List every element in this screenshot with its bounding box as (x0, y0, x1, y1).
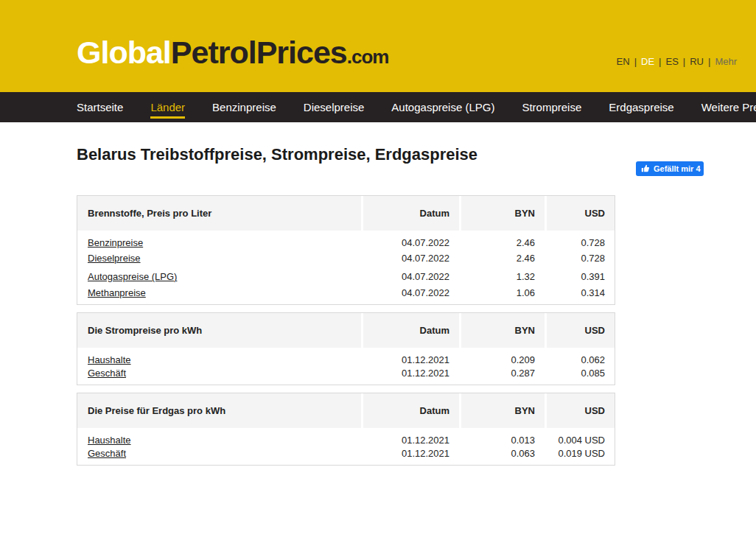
link-methanpreise[interactable]: Methanpreise (88, 287, 146, 298)
link-dieselpreise[interactable]: Dieselpreise (88, 253, 141, 264)
cell-byn: 2.46 (459, 249, 545, 267)
link-autogaspreise[interactable]: Autogaspreise (LPG) (88, 271, 177, 282)
link-haushalte-gas[interactable]: Haushalte (88, 435, 131, 446)
logo-part-global: Global (77, 35, 171, 70)
cell-byn: 1.32 (459, 267, 545, 286)
table-header-row: Die Strompreise pro kWh Datum BYN USD (77, 313, 615, 348)
table-row: Haushalte 01.12.2021 0.013 0.004 USD (77, 428, 615, 446)
nav-item-laender[interactable]: Länder (150, 92, 185, 122)
nav-item-strompreise[interactable]: Strompreise (522, 92, 581, 122)
language-switcher: ENDEESRUMehr (617, 56, 737, 67)
electricity-prices-table: Die Strompreise pro kWh Datum BYN USD Ha… (77, 312, 615, 385)
cell-usd: 0.314 (545, 286, 615, 304)
cell-usd: 0.019 USD (545, 446, 615, 465)
link-geschaeft-gas[interactable]: Geschäft (88, 448, 126, 459)
table-row: Methanpreise 04.07.2022 1.06 0.314 (77, 286, 615, 304)
table-row: Geschäft 01.12.2021 0.063 0.019 USD (77, 446, 615, 465)
column-header-byn: BYN (459, 313, 545, 348)
language-link-en[interactable]: EN (617, 56, 641, 67)
cell-byn: 1.06 (459, 286, 545, 304)
nav-item-startseite[interactable]: Startseite (77, 92, 123, 122)
cell-usd: 0.391 (545, 267, 615, 286)
cell-byn: 0.013 (459, 428, 545, 446)
table-row: Haushalte 01.12.2021 0.209 0.062 (77, 348, 615, 366)
table-row: Geschäft 01.12.2021 0.287 0.085 (77, 366, 615, 385)
table-header-row: Die Preise für Erdgas pro kWh Datum BYN … (77, 393, 615, 428)
cell-datum: 04.07.2022 (361, 231, 459, 249)
thumbs-up-icon (641, 164, 650, 173)
cell-datum: 04.07.2022 (361, 249, 459, 267)
column-header-datum: Datum (361, 196, 459, 231)
link-benzinpreise[interactable]: Benzinpreise (88, 237, 143, 248)
table-title: Die Preise für Erdgas pro kWh (77, 393, 361, 428)
cell-usd: 0.085 (545, 366, 615, 385)
language-link-de[interactable]: DE (641, 56, 665, 67)
logo-part-com: .com (347, 46, 389, 68)
cell-byn: 0.063 (459, 446, 545, 465)
cell-datum: 04.07.2022 (361, 286, 459, 304)
table-row: Dieselpreise 04.07.2022 2.46 0.728 (77, 249, 615, 267)
cell-usd: 0.728 (545, 231, 615, 249)
language-link-ru[interactable]: RU (690, 56, 715, 67)
column-header-usd: USD (545, 196, 615, 231)
nav-item-erdgaspreise[interactable]: Erdgaspreise (609, 92, 673, 122)
cell-byn: 0.287 (459, 366, 545, 385)
table-row: Autogaspreise (LPG) 04.07.2022 1.32 0.39… (77, 267, 615, 286)
logo-part-petrolprices: PetrolPrices (171, 35, 347, 70)
cell-usd: 0.062 (545, 348, 615, 366)
cell-usd: 0.004 USD (545, 428, 615, 446)
cell-datum: 01.12.2021 (361, 366, 459, 385)
column-header-byn: BYN (459, 393, 545, 428)
main-nav: Startseite Länder Benzinpreise Dieselpre… (0, 92, 756, 122)
facebook-like-button[interactable]: Gefällt mir 4 (636, 161, 704, 176)
facebook-like-label: Gefällt mir 4 (654, 164, 701, 173)
cell-byn: 0.209 (459, 348, 545, 366)
cell-datum: 01.12.2021 (361, 428, 459, 446)
column-header-byn: BYN (459, 196, 545, 231)
nav-item-dieselpreise[interactable]: Dieselpreise (304, 92, 365, 122)
cell-datum: 01.12.2021 (361, 446, 459, 465)
table-row: Benzinpreise 04.07.2022 2.46 0.728 (77, 231, 615, 249)
site-logo[interactable]: GlobalPetrolPrices.com (77, 37, 388, 69)
cell-byn: 2.46 (459, 231, 545, 249)
cell-datum: 01.12.2021 (361, 348, 459, 366)
column-header-usd: USD (545, 393, 615, 428)
link-geschaeft-strom[interactable]: Geschäft (88, 368, 126, 379)
gas-prices-table: Die Preise für Erdgas pro kWh Datum BYN … (77, 393, 615, 466)
language-link-mehr[interactable]: Mehr (715, 56, 737, 67)
nav-item-autogaspreise[interactable]: Autogaspreise (LPG) (391, 92, 494, 122)
fuel-prices-table: Brennstoffe, Preis pro Liter Datum BYN U… (77, 195, 615, 305)
table-header-row: Brennstoffe, Preis pro Liter Datum BYN U… (77, 196, 615, 231)
cell-datum: 04.07.2022 (361, 267, 459, 286)
column-header-datum: Datum (361, 393, 459, 428)
language-link-es[interactable]: ES (665, 56, 690, 67)
table-title: Die Strompreise pro kWh (77, 313, 361, 348)
nav-item-weitere-preise[interactable]: Weitere Preise (701, 92, 756, 122)
column-header-datum: Datum (361, 313, 459, 348)
cell-usd: 0.728 (545, 249, 615, 267)
site-header: GlobalPetrolPrices.com ENDEESRUMehr (0, 0, 756, 92)
link-haushalte-strom[interactable]: Haushalte (88, 354, 131, 365)
page-content: Belarus Treibstoffpreise, Strompreise, E… (0, 145, 756, 466)
column-header-usd: USD (545, 313, 615, 348)
nav-item-benzinpreise[interactable]: Benzinpreise (212, 92, 276, 122)
table-title: Brennstoffe, Preis pro Liter (77, 196, 361, 231)
